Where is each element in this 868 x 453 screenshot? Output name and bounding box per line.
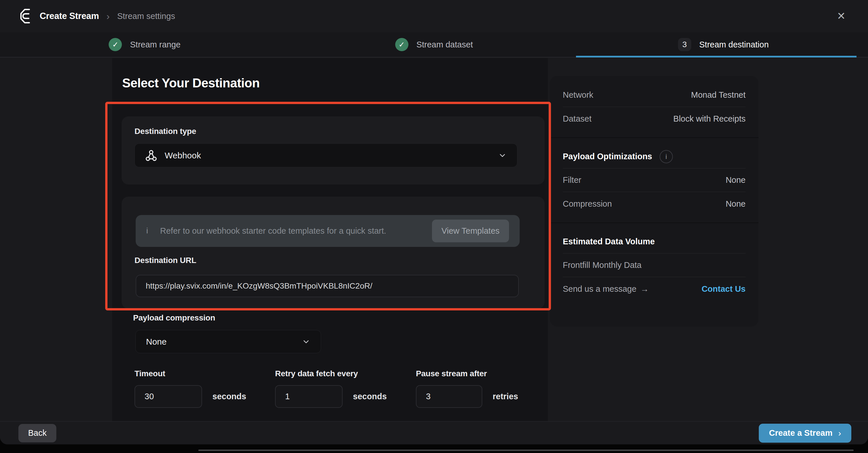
dataset-value: Block with Receipts: [674, 114, 746, 124]
contact-label: Send us a message: [563, 284, 636, 294]
breadcrumb-chevron-icon: ›: [106, 11, 110, 22]
step-stream-range[interactable]: ✓ Stream range: [0, 32, 289, 57]
chevron-down-icon: [498, 151, 507, 160]
chevron-down-icon: [302, 337, 310, 346]
timeout-group: Timeout seconds: [134, 369, 246, 408]
dataset-row: Dataset Block with Receipts: [563, 107, 746, 130]
step-number-badge: 3: [678, 38, 691, 51]
webhook-icon: [145, 149, 157, 161]
destination-url-input[interactable]: [136, 275, 519, 297]
create-stream-modal: Create Stream › Stream settings ✕ ✓ Stre…: [0, 0, 868, 444]
destination-url-label: Destination URL: [134, 256, 196, 265]
retry-input[interactable]: [275, 385, 343, 408]
destination-type-card: Destination type Webhook: [122, 116, 545, 184]
timeout-input[interactable]: [134, 385, 202, 408]
arrow-right-icon: →: [640, 284, 649, 294]
step-label: Stream range: [130, 40, 181, 50]
timeout-label: Timeout: [134, 369, 246, 378]
compression-row: Compression None: [563, 192, 746, 216]
filter-row: Filter None: [563, 169, 746, 192]
check-icon: ✓: [395, 38, 408, 51]
window-edge-highlight: [198, 450, 854, 451]
section-divider: [550, 222, 758, 223]
page-title: Create Stream: [40, 11, 99, 21]
compression-label: Compression: [563, 199, 612, 209]
filter-label: Filter: [563, 175, 581, 185]
modal-footer: Back Create a Stream ›: [0, 421, 868, 444]
payload-compression-label: Payload compression: [133, 313, 215, 323]
breadcrumb: Stream settings: [117, 11, 175, 21]
destination-type-select[interactable]: Webhook: [134, 144, 517, 167]
frontfill-row: Frontfill Monthly Data: [563, 253, 746, 277]
chevron-right-icon: ›: [838, 428, 841, 438]
section-heading: Select Your Destination: [122, 76, 259, 90]
estimated-volume-header: Estimated Data Volume: [563, 230, 746, 253]
close-icon[interactable]: ✕: [837, 11, 845, 21]
modal-header: Create Stream › Stream settings ✕: [0, 0, 868, 32]
back-button[interactable]: Back: [19, 424, 56, 442]
filter-value: None: [726, 175, 746, 185]
network-value: Monad Testnet: [691, 90, 746, 100]
stepper: ✓ Stream range ✓ Stream dataset 3 Stream…: [0, 32, 868, 58]
retry-unit: seconds: [353, 392, 387, 401]
pause-group: Pause stream after retries: [416, 369, 518, 408]
summary-panel: Network Monad Testnet Dataset Block with…: [550, 76, 758, 327]
desktop-strip: [0, 444, 868, 453]
create-stream-button[interactable]: Create a Stream ›: [759, 424, 851, 443]
frontfill-label: Frontfill Monthly Data: [563, 261, 642, 270]
network-row: Network Monad Testnet: [563, 83, 746, 107]
step-stream-dataset[interactable]: ✓ Stream dataset: [289, 32, 579, 57]
estimated-volume-title: Estimated Data Volume: [563, 237, 655, 246]
main-column: Select Your Destination Destination type…: [112, 58, 548, 421]
pause-label: Pause stream after: [416, 369, 518, 378]
retry-group: Retry data fetch every seconds: [275, 369, 387, 408]
contact-row: Send us a message → Contact Us: [563, 277, 746, 301]
payload-optimizations-title: Payload Optimizations: [563, 152, 652, 161]
banner-text: Refer to our webhook starter code templa…: [160, 226, 386, 236]
screen: Create Stream › Stream settings ✕ ✓ Stre…: [0, 0, 868, 453]
retry-label: Retry data fetch every: [275, 369, 387, 378]
payload-compression-select[interactable]: None: [135, 330, 321, 353]
destination-type-value: Webhook: [165, 151, 201, 160]
pause-unit: retries: [493, 392, 518, 401]
quicknode-logo-icon: [19, 7, 32, 25]
payload-compression-value: None: [146, 337, 167, 346]
contact-us-link[interactable]: Contact Us: [702, 284, 746, 294]
info-icon: i: [146, 227, 148, 235]
network-label: Network: [563, 90, 593, 100]
compression-value: None: [726, 199, 746, 209]
destination-url-card: i Refer to our webhook starter code temp…: [122, 197, 545, 309]
create-stream-label: Create a Stream: [769, 428, 833, 438]
dataset-label: Dataset: [563, 114, 591, 124]
active-tab-underline: [576, 56, 857, 58]
view-templates-button[interactable]: View Templates: [432, 220, 509, 242]
webhook-templates-banner: i Refer to our webhook starter code temp…: [136, 215, 520, 247]
step-label: Stream dataset: [416, 40, 473, 50]
section-divider: [550, 138, 758, 138]
destination-type-label: Destination type: [134, 127, 196, 136]
content-area: Select Your Destination Destination type…: [0, 58, 868, 421]
payload-optimizations-header: Payload Optimizations i: [563, 145, 746, 169]
timeout-unit: seconds: [212, 392, 246, 401]
step-stream-destination[interactable]: 3 Stream destination: [579, 32, 868, 57]
check-icon: ✓: [108, 38, 122, 51]
info-icon[interactable]: i: [660, 150, 673, 163]
step-label: Stream destination: [699, 40, 769, 50]
pause-input[interactable]: [416, 385, 482, 408]
